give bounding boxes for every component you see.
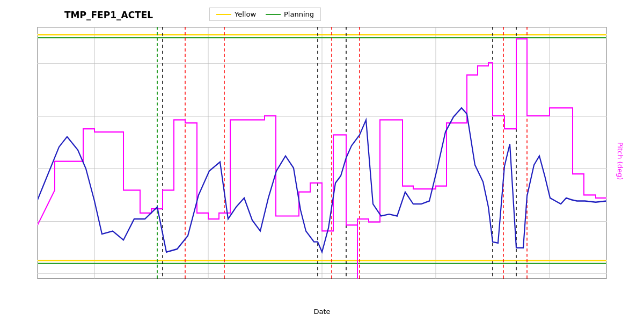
- chart-title: TMP_FEP1_ACTEL: [64, 10, 153, 20]
- x-axis-label: Date: [313, 308, 330, 316]
- legend-planning: Planning: [266, 10, 314, 18]
- yellow-legend-line: [216, 14, 231, 15]
- yellow-legend-label: Yellow: [235, 10, 256, 18]
- planning-legend-label: Planning: [284, 10, 314, 18]
- chart-container: TMP_FEP1_ACTEL Yellow Planning Temperatu…: [0, 0, 644, 322]
- chart-svg: 0 10 20 30 40 40 60 80 100 120 140 160 1…: [38, 27, 606, 279]
- legend: Yellow Planning: [209, 8, 321, 21]
- y-axis-right-label: Pitch (deg): [616, 142, 624, 180]
- legend-yellow: Yellow: [216, 10, 256, 18]
- planning-legend-line: [266, 14, 281, 15]
